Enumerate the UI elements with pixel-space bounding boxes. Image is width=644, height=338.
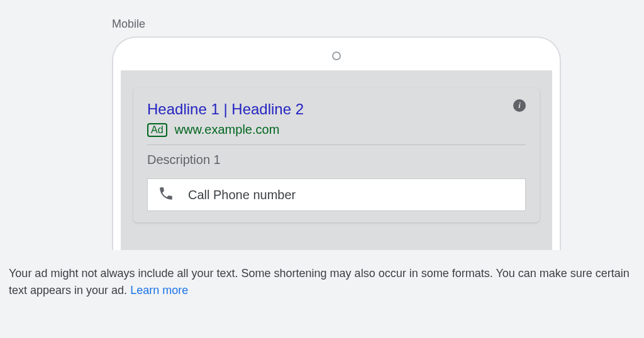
ad-headline: Headline 1 | Headline 2 <box>147 99 526 119</box>
phone-icon <box>158 185 174 204</box>
call-extension-button[interactable]: Call Phone number <box>147 178 526 211</box>
ad-display-url: www.example.com <box>175 123 280 137</box>
ad-header: Headline 1 | Headline 2 Ad www.example.c… <box>133 88 540 144</box>
disclaimer-text: Your ad might not always include all you… <box>9 265 635 299</box>
ad-description: Description 1 <box>133 145 540 178</box>
phone-screen: Headline 1 | Headline 2 Ad www.example.c… <box>121 70 552 250</box>
ad-preview-card: Headline 1 | Headline 2 Ad www.example.c… <box>133 88 540 222</box>
disclaimer-body: Your ad might not always include all you… <box>9 267 630 297</box>
call-label: Call Phone number <box>188 188 296 202</box>
phone-camera-icon <box>332 52 341 60</box>
ad-url-row: Ad www.example.com <box>147 123 526 137</box>
phone-preview-frame: Headline 1 | Headline 2 Ad www.example.c… <box>112 36 561 250</box>
info-icon[interactable]: i <box>513 99 526 112</box>
preview-mode-label: Mobile <box>112 18 145 31</box>
ad-badge: Ad <box>147 123 167 137</box>
learn-more-link[interactable]: Learn more <box>130 284 188 297</box>
